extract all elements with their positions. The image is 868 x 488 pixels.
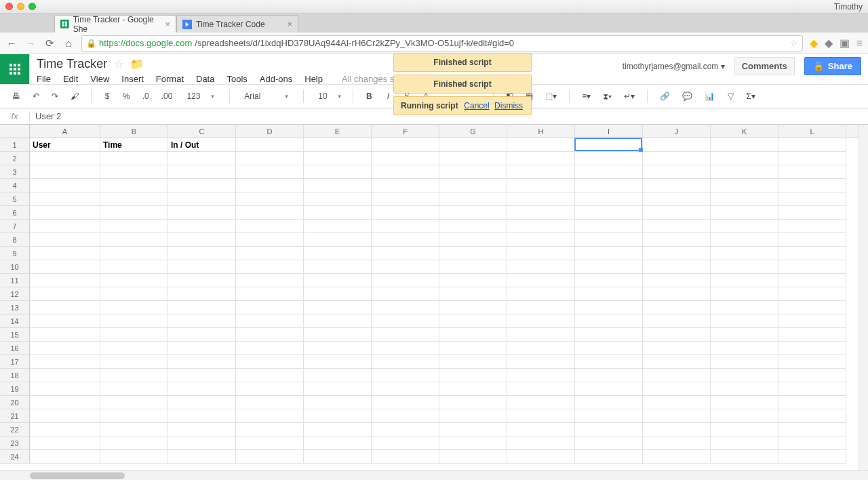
cell[interactable] [439,450,507,464]
currency-icon[interactable]: $ [101,89,113,103]
cell[interactable] [168,382,236,396]
tab-close-icon[interactable]: × [165,19,170,29]
row-header[interactable]: 17 [0,355,30,369]
menu-file[interactable]: File [37,74,51,84]
cell[interactable] [372,355,439,369]
comment-icon[interactable]: 💬 [679,89,695,103]
cell[interactable] [778,382,846,396]
cell[interactable] [439,301,507,314]
cell[interactable] [507,382,575,396]
row-header[interactable]: 22 [0,423,30,436]
cell[interactable] [372,138,439,152]
cell[interactable] [236,342,304,355]
comments-button[interactable]: Comments [734,57,795,75]
cell[interactable] [168,423,236,436]
cell[interactable] [575,247,643,260]
cell[interactable] [236,233,304,247]
browser-tab-active[interactable]: Time Tracker - Google She × [54,15,176,33]
cell[interactable] [439,260,507,274]
cell[interactable] [643,342,711,355]
row-header[interactable]: 18 [0,369,30,382]
cell[interactable] [643,165,711,179]
cell[interactable] [100,382,168,396]
cell[interactable] [304,287,372,301]
column-header[interactable]: I [575,125,643,138]
cell[interactable] [30,287,100,301]
sheets-app-icon[interactable] [0,54,30,84]
cell[interactable] [30,369,100,382]
cell[interactable] [100,233,168,247]
cell[interactable] [372,409,439,423]
cell[interactable] [304,396,372,409]
bookmark-star-icon[interactable]: ☆ [790,38,798,48]
cell[interactable] [711,179,778,192]
cell[interactable] [30,206,100,220]
cell[interactable] [304,423,372,436]
link-icon[interactable]: 🔗 [657,89,673,103]
cell[interactable] [372,328,439,342]
column-header[interactable]: F [372,125,439,138]
cell[interactable] [643,328,711,342]
spreadsheet-grid[interactable]: ABCDEFGHIJKL 1UserTimeIn / OutUser 22345… [0,125,868,480]
cell[interactable] [439,152,507,165]
cell[interactable] [711,165,778,179]
cell[interactable] [304,179,372,192]
cell[interactable] [100,423,168,436]
row-header[interactable]: 20 [0,396,30,409]
number-format-select[interactable]: 123▼ [182,89,220,103]
cell[interactable] [236,450,304,464]
cell[interactable] [778,314,846,328]
cell[interactable] [236,436,304,450]
row-header[interactable]: 4 [0,179,30,192]
cell[interactable] [304,165,372,179]
cell[interactable] [100,369,168,382]
cell[interactable] [711,138,778,152]
cell[interactable] [575,342,643,355]
cell[interactable] [372,247,439,260]
cell[interactable] [236,314,304,328]
column-header[interactable]: C [168,125,236,138]
cell[interactable] [304,274,372,287]
cell[interactable] [168,369,236,382]
cell[interactable] [778,409,846,423]
cell[interactable] [778,138,846,152]
cell[interactable] [507,450,575,464]
cell[interactable] [778,260,846,274]
cell[interactable] [439,423,507,436]
row-header[interactable]: 10 [0,260,30,274]
cell[interactable] [711,450,778,464]
cell[interactable] [507,396,575,409]
cell[interactable] [711,436,778,450]
cell[interactable] [168,192,236,206]
cell[interactable] [168,152,236,165]
cell[interactable] [575,314,643,328]
chart-icon[interactable]: 📊 [702,89,717,103]
cell[interactable] [304,409,372,423]
cell[interactable] [643,179,711,192]
cell[interactable] [507,423,575,436]
cell[interactable] [778,152,846,165]
cell[interactable] [372,450,439,464]
cell[interactable] [100,436,168,450]
cell[interactable] [30,436,100,450]
back-button[interactable]: ← [5,37,18,49]
cell[interactable] [711,342,778,355]
menu-edit[interactable]: Edit [63,74,78,84]
cell[interactable] [507,206,575,220]
cell[interactable] [507,260,575,274]
cell[interactable] [168,314,236,328]
row-header[interactable]: 13 [0,301,30,314]
cell[interactable] [168,328,236,342]
cell[interactable] [575,369,643,382]
cell[interactable] [711,220,778,233]
cell[interactable] [711,192,778,206]
horizontal-scrollbar[interactable] [0,470,868,480]
cell[interactable] [100,206,168,220]
bold-icon[interactable]: B [363,89,375,103]
cell[interactable] [236,369,304,382]
cell[interactable] [643,138,711,152]
row-header[interactable]: 3 [0,165,30,179]
mac-close-button[interactable] [5,3,13,10]
cell[interactable] [575,233,643,247]
row-header[interactable]: 24 [0,450,30,464]
